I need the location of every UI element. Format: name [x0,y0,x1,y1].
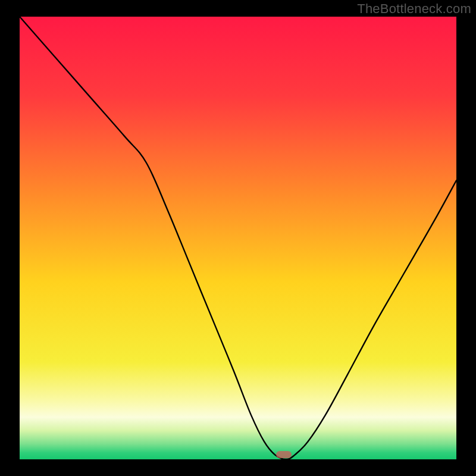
optimal-marker [276,451,292,458]
plot-area [20,17,456,459]
watermark-text: TheBottleneck.com [357,1,471,17]
gradient-background [20,17,456,459]
chart-frame: TheBottleneck.com [0,0,476,476]
plot-svg [20,17,456,459]
